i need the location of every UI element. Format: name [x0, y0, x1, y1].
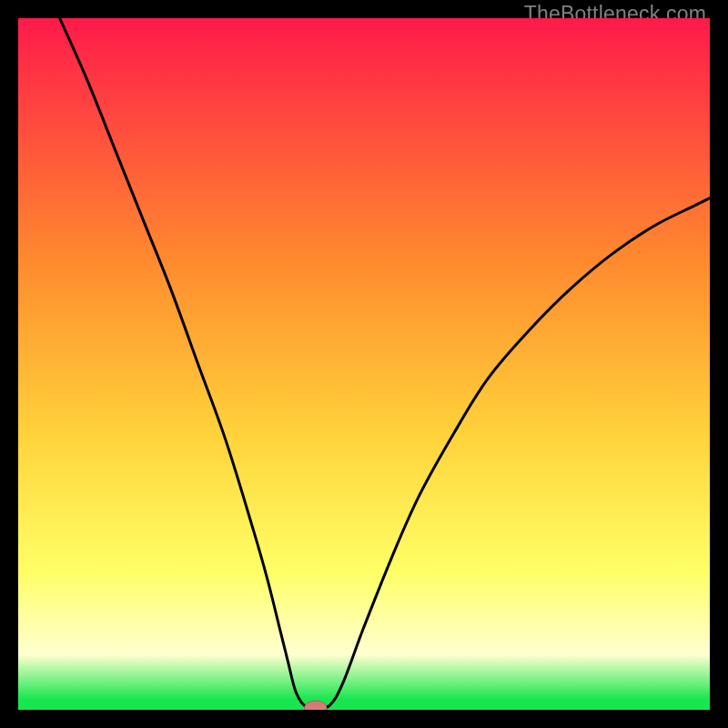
chart-frame: [18, 18, 710, 710]
chart-background: [18, 18, 710, 710]
chart-svg: [18, 18, 710, 710]
